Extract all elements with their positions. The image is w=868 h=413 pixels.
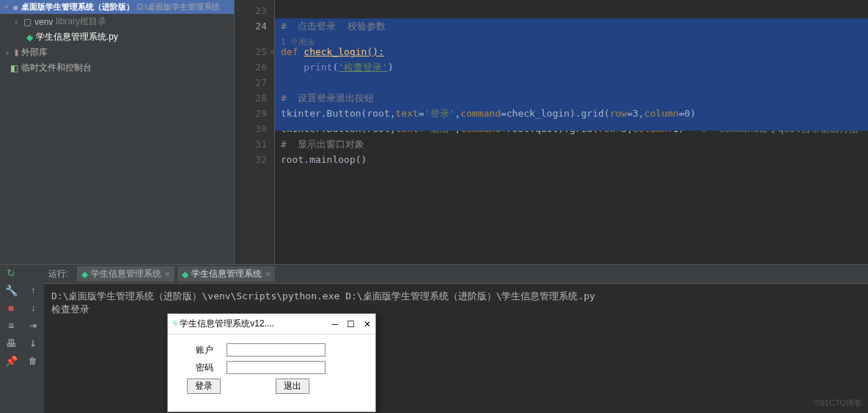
up-icon[interactable]: ↑ bbox=[31, 285, 35, 296]
stop-icon[interactable]: ■ bbox=[5, 302, 17, 314]
tk-titlebar[interactable]: ϟ 学生信息管理系统v12.... ─ ☐ ✕ bbox=[168, 314, 375, 335]
line-number: 23 bbox=[235, 3, 274, 18]
clear-icon[interactable]: 🗑 bbox=[29, 356, 37, 366]
tk-account-label: 账户 bbox=[183, 344, 227, 357]
line-number: 25 bbox=[235, 44, 274, 59]
minimize-icon[interactable]: ─ bbox=[331, 319, 338, 329]
tk-feather-icon: ϟ bbox=[172, 319, 177, 329]
python-file-icon: ◆ bbox=[26, 32, 33, 43]
wrench-icon[interactable]: 🔧 bbox=[5, 285, 17, 296]
close-icon[interactable]: ✕ bbox=[265, 270, 271, 278]
editor-gutter: 23 24 25 26 27 28 29 30 31 32 bbox=[235, 0, 275, 264]
scratch-icon: ◧ bbox=[10, 63, 18, 73]
folder-icon: ▢ bbox=[23, 17, 32, 27]
line-number: 27 bbox=[235, 75, 274, 90]
code-comment: # 显示出窗口对象 bbox=[281, 139, 364, 150]
project-name: 桌面版学生管理系统（进阶版） bbox=[21, 1, 134, 12]
close-icon[interactable]: ✕ bbox=[164, 270, 170, 278]
python-icon: ◆ bbox=[81, 269, 88, 279]
tk-login-button[interactable]: 登录 bbox=[187, 379, 221, 394]
line-number: 30 bbox=[235, 121, 274, 136]
run-tab-label: 学生信息管理系统 bbox=[91, 268, 161, 280]
rerun-icon[interactable]: ↻ bbox=[5, 267, 17, 279]
tk-title-text: 学生信息管理系统v12.... bbox=[180, 318, 331, 330]
code-comment: # 设置登录退出按钮 bbox=[281, 92, 374, 103]
watermark: ©51CTO博客 bbox=[814, 398, 862, 409]
python-icon: ◆ bbox=[182, 269, 188, 279]
line-number: 26 bbox=[235, 59, 274, 75]
run-tab-label: 学生信息管理系统 bbox=[191, 268, 262, 280]
scroll-icon[interactable]: ⤓ bbox=[29, 338, 37, 348]
library-icon: ⦀ bbox=[15, 48, 18, 58]
code-comment: # 点击登录 校验参数 bbox=[281, 21, 386, 32]
chevron-down-icon: ▾ bbox=[4, 2, 10, 12]
venv-hint: library根目录 bbox=[56, 15, 106, 28]
scratch-label: 临时文件和控制台 bbox=[21, 62, 92, 74]
code-area[interactable]: # 点击登录 校验参数 1 个用法 ⊖def check_login(): pr… bbox=[275, 0, 868, 264]
tree-item-extlib[interactable]: › ⦀ 外部库 bbox=[0, 45, 234, 60]
run-tab[interactable]: ◆ 学生信息管理系统 ✕ bbox=[177, 266, 275, 282]
print-icon[interactable]: 🖶 bbox=[5, 337, 17, 349]
run-tabs: 运行: ◆ 学生信息管理系统 ✕ ◆ 学生信息管理系统 ✕ bbox=[44, 265, 868, 284]
code-editor[interactable]: 23 24 25 26 27 28 29 30 31 32 # 点击登录 校验参… bbox=[235, 0, 868, 264]
tk-password-label: 密码 bbox=[183, 362, 227, 374]
tree-item-pyfile[interactable]: ◆ 学生信息管理系统.py bbox=[0, 29, 234, 45]
fold-icon[interactable]: ⊖ bbox=[271, 44, 275, 59]
venv-name: venv bbox=[34, 17, 53, 27]
run-toolbar-left2: ↑ ↓ ⇥ ⤓ 🗑 bbox=[22, 265, 44, 413]
chevron-right-icon: › bbox=[6, 48, 12, 58]
run-toolbar-left: ↻ 🔧 ■ ≡ 🖶 📌 bbox=[0, 265, 22, 413]
tkinter-app-window[interactable]: ϟ 学生信息管理系统v12.... ─ ☐ ✕ 账户 密码 登录 退出 bbox=[167, 313, 376, 412]
tk-account-input[interactable] bbox=[227, 343, 326, 357]
line-number: 29 bbox=[235, 106, 274, 121]
folder-icon: ■ bbox=[13, 3, 18, 12]
tree-item-scratch[interactable]: ◧ 临时文件和控制台 bbox=[0, 60, 234, 76]
project-tree: ▾ ■ 桌面版学生管理系统（进阶版） D:\桌面版学生管理系统 › ▢ venv… bbox=[0, 0, 235, 264]
tree-item-venv[interactable]: › ▢ venv library根目录 bbox=[0, 14, 234, 29]
run-label: 运行: bbox=[48, 268, 68, 280]
tk-password-input[interactable] bbox=[227, 361, 326, 374]
layout-icon[interactable]: ≡ bbox=[5, 320, 17, 332]
project-root[interactable]: ▾ ■ 桌面版学生管理系统（进阶版） D:\桌面版学生管理系统 bbox=[0, 0, 234, 14]
run-tab[interactable]: ◆ 学生信息管理系统 ✕ bbox=[77, 266, 174, 282]
chevron-right-icon: › bbox=[15, 17, 21, 27]
down-icon[interactable]: ↓ bbox=[31, 303, 35, 313]
maximize-icon[interactable]: ☐ bbox=[347, 319, 355, 329]
tk-exit-button[interactable]: 退出 bbox=[276, 379, 309, 394]
wrap-icon[interactable]: ⇥ bbox=[29, 321, 37, 331]
line-number: 32 bbox=[235, 152, 274, 167]
pin-icon[interactable]: 📌 bbox=[5, 355, 17, 367]
console-line: D:\桌面版学生管理系统（进阶版）\venv\Scripts\python.ex… bbox=[51, 290, 861, 303]
run-panel: ↻ 🔧 ■ ≡ 🖶 📌 ↑ ↓ ⇥ ⤓ 🗑 运行: ◆ 学生信息管理系统 ✕ ◆… bbox=[0, 264, 868, 413]
close-icon[interactable]: ✕ bbox=[364, 319, 371, 329]
project-path: D:\桌面版学生管理系统 bbox=[137, 1, 220, 12]
line-number: 28 bbox=[235, 90, 274, 106]
ext-lib-label: 外部库 bbox=[21, 46, 48, 59]
line-number: 31 bbox=[235, 136, 274, 152]
file-name: 学生信息管理系统.py bbox=[36, 31, 118, 43]
line-number: 24 bbox=[235, 18, 274, 34]
